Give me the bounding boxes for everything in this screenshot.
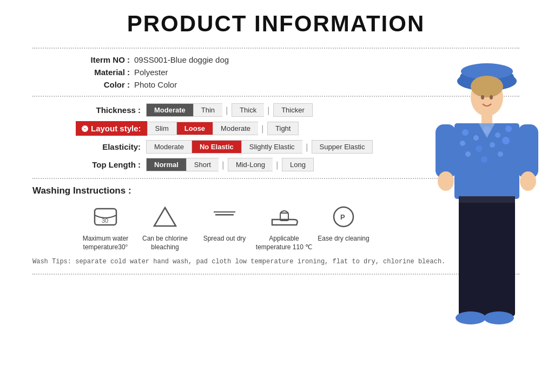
layout-moderate[interactable]: Moderate <box>213 122 258 135</box>
wash-item-iron: Applicable temperature 110 ℃ <box>254 202 314 251</box>
iron-icon <box>269 202 299 231</box>
svg-point-9 <box>462 129 469 136</box>
svg-rect-7 <box>481 114 492 124</box>
top-length-label: Top Length : <box>76 160 141 169</box>
svg-rect-22 <box>436 124 456 178</box>
length-div2: ❘ <box>273 160 282 170</box>
wash-temp-icon: 30 <box>91 202 121 231</box>
svg-point-13 <box>505 125 512 132</box>
thickness-div1: ❘ <box>222 105 232 115</box>
svg-point-5 <box>481 95 484 99</box>
thickness-options: Moderate Thin ❘ Thick ❘ Thicker <box>146 103 313 117</box>
svg-point-25 <box>520 171 536 191</box>
layout-loose[interactable]: Loose <box>176 122 213 135</box>
svg-rect-27 <box>485 197 515 316</box>
elasticity-supper[interactable]: Supper Elastic <box>312 140 373 154</box>
thickness-div2: ❘ <box>264 105 273 115</box>
wash-temp-label: Maximum water temperature30° <box>76 235 135 251</box>
thickness-thin[interactable]: Thin <box>193 103 222 117</box>
wash-item-dry-clean: P Ease dry cleaning <box>314 202 373 243</box>
wash-spread-label: Spread out dry <box>203 235 246 243</box>
thickness-thick[interactable]: Thick <box>232 103 264 117</box>
page-container: PRODUCT INFORMATION Iterm NO : 09SS001-B… <box>0 0 541 392</box>
svg-point-17 <box>502 137 510 144</box>
item-no-value: 09SS001-Blue doggie dog <box>134 55 229 64</box>
top-length-options: Normal Short ❘ Mid-Long ❘ Long <box>146 158 314 171</box>
person-illustration <box>400 43 541 368</box>
bleach-triangle-icon <box>150 202 180 231</box>
thickness-thicker[interactable]: Thicker <box>273 103 313 117</box>
wash-item-temp: 30 Maximum water temperature30° <box>76 202 135 251</box>
svg-point-12 <box>495 132 500 138</box>
dry-clean-icon: P <box>329 202 359 231</box>
svg-rect-30 <box>459 196 515 203</box>
svg-point-10 <box>473 135 479 141</box>
item-no-label: Iterm NO : <box>76 55 130 64</box>
elasticity-options: Moderate No Elastic Slightly Elastic ❘ S… <box>146 140 373 154</box>
page-title: PRODUCT INFORMATION <box>32 11 519 37</box>
elasticity-moderate[interactable]: Moderate <box>146 140 192 154</box>
svg-point-6 <box>490 95 493 99</box>
wash-iron-label: Applicable temperature 110 ℃ <box>254 235 314 251</box>
wash-dry-clean-label: Ease dry cleaning <box>318 235 369 243</box>
elasticity-label: Elasticity: <box>76 142 141 151</box>
svg-point-19 <box>481 156 487 163</box>
length-normal[interactable]: Normal <box>146 158 186 171</box>
layout-tight[interactable]: Tight <box>267 122 299 135</box>
svg-point-29 <box>484 311 514 324</box>
svg-point-20 <box>498 151 503 157</box>
svg-point-24 <box>438 171 454 191</box>
elasticity-slightly[interactable]: Slightly Elastic <box>241 140 302 154</box>
svg-rect-23 <box>518 124 538 178</box>
svg-point-16 <box>490 142 495 148</box>
svg-point-18 <box>465 151 471 157</box>
length-short[interactable]: Short <box>186 158 219 171</box>
svg-point-28 <box>456 311 486 324</box>
wash-bleach-label: Can be chlorine bleaching <box>135 235 195 251</box>
layout-label-text: Layout style: <box>91 124 141 133</box>
wash-item-spread: Spread out dry <box>195 202 254 243</box>
length-div1: ❘ <box>219 160 228 170</box>
length-long[interactable]: Long <box>282 158 314 171</box>
svg-point-14 <box>460 141 465 146</box>
length-mid-long[interactable]: Mid-Long <box>228 158 273 171</box>
layout-label: Layout style: <box>76 121 147 136</box>
layout-slim[interactable]: Slim <box>147 122 176 135</box>
thickness-moderate[interactable]: Moderate <box>146 103 193 117</box>
svg-rect-35 <box>214 211 235 212</box>
spread-dry-icon <box>210 202 240 231</box>
svg-text:30: 30 <box>102 217 108 224</box>
layout-div1: ❘ <box>258 124 267 134</box>
elasticity-no[interactable]: No Elastic <box>192 140 241 154</box>
svg-point-4 <box>471 76 503 97</box>
color-label: Color : <box>76 80 130 89</box>
thickness-label: Thickness : <box>76 105 141 115</box>
svg-point-15 <box>476 145 482 152</box>
elasticity-div1: ❘ <box>302 142 312 152</box>
svg-marker-33 <box>154 208 176 226</box>
wash-item-bleach: Can be chlorine bleaching <box>135 202 195 251</box>
layout-radio-icon <box>82 125 88 132</box>
material-value: Polyester <box>134 68 168 77</box>
svg-text:P: P <box>340 213 345 221</box>
layout-options: Slim Loose Moderate ❘ Tight <box>147 122 299 135</box>
svg-rect-34 <box>215 214 234 216</box>
svg-rect-26 <box>459 197 489 316</box>
color-value: Photo Color <box>134 80 177 89</box>
material-label: Material : <box>76 68 130 77</box>
